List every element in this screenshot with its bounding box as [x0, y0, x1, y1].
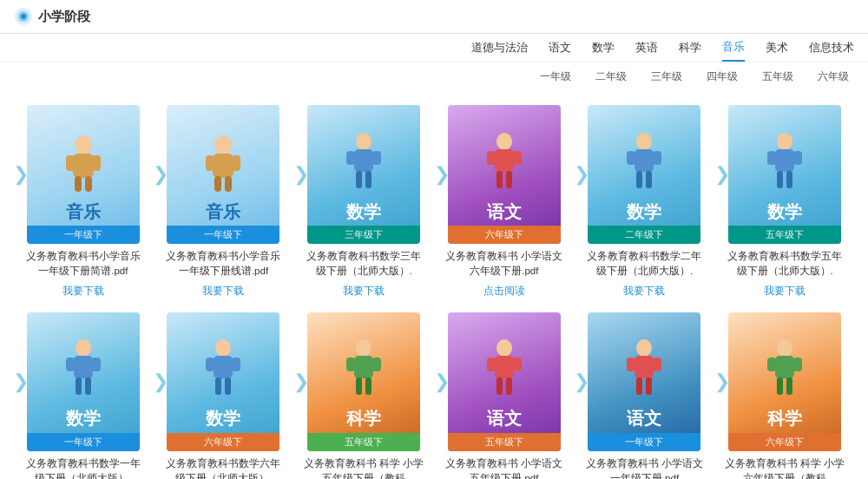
svg-point-69: [777, 339, 792, 357]
book-cover-wrap: ❯ 数学 二年级下: [588, 105, 700, 244]
nav-item-it[interactable]: 信息技术: [809, 40, 854, 61]
svg-rect-54: [372, 358, 381, 371]
svg-rect-19: [356, 171, 362, 188]
svg-rect-44: [85, 377, 91, 395]
svg-rect-62: [506, 377, 512, 395]
book-action-button[interactable]: 我要下载: [202, 284, 244, 299]
book-action-button[interactable]: 我要下载: [623, 284, 665, 299]
grade-6[interactable]: 六年级: [812, 68, 854, 86]
svg-point-2: [21, 14, 26, 19]
svg-rect-43: [76, 377, 82, 395]
book-card: ❯ 语文 一年级下 义务教育教科书 小学语文 一年级下册.pdf 点击阅读: [579, 312, 711, 480]
book-cover-wrap: ❯ 科学 五年级下: [307, 312, 420, 451]
book-cover: 数学 三年级下: [307, 105, 420, 244]
nav-item-science[interactable]: 科学: [679, 40, 701, 61]
svg-point-15: [356, 133, 372, 150]
svg-point-9: [214, 135, 232, 154]
book-cover: 语文 一年级下: [588, 312, 700, 451]
book-title: 义务教育教科书 小学语文 一年级下册.pdf: [583, 456, 705, 480]
nav-bar: 道德与法治 语文 数学 英语 科学 音乐 美术 信息技术: [0, 34, 868, 62]
book-card: ❯ 数学 五年级下 义务教育教科书数学五年级下册（北师大版）. 我要下载: [719, 105, 851, 299]
nav-item-morality[interactable]: 道德与法治: [471, 40, 528, 61]
svg-point-21: [496, 133, 512, 150]
book-title: 义务教育教科书 科学 小学六年级下册（教科: [724, 456, 845, 480]
svg-rect-5: [66, 155, 75, 171]
svg-rect-18: [372, 151, 381, 165]
book-cover: 语文 五年级下: [448, 312, 561, 451]
book-title: 义务教育教科书数学二年级下册（北师大版）.: [583, 249, 705, 279]
book-cover-wrap: ❯ 语文 五年级下: [448, 312, 561, 451]
book-cover: 数学 五年级下: [728, 105, 841, 244]
svg-rect-42: [92, 358, 101, 371]
header: 小学阶段: [0, 0, 868, 34]
svg-point-3: [75, 135, 92, 154]
book-title: 义务教育教科书数学一年级下册（北师大版）.: [23, 456, 144, 480]
svg-rect-14: [225, 176, 232, 192]
book-cover: 科学 六年级下: [728, 312, 841, 451]
svg-rect-49: [215, 377, 221, 395]
book-card: ❯ 数学 三年级下 义务教育教科书数学三年级下册（北师大版）. 我要下载: [298, 105, 430, 299]
book-action-button[interactable]: 我要下载: [764, 284, 806, 299]
svg-point-57: [496, 339, 512, 357]
book-badge: 三年级下: [307, 226, 420, 244]
book-action-button[interactable]: 我要下载: [343, 284, 385, 299]
svg-rect-17: [346, 151, 355, 165]
svg-rect-11: [206, 155, 214, 171]
grade-3[interactable]: 三年级: [646, 68, 687, 86]
book-card: ❯ 数学 二年级下 义务教育教科书数学二年级下册（北师大版）. 我要下载: [579, 105, 711, 299]
book-title: 义务教育教科书 科学 小学五年级下册（教科: [303, 456, 424, 480]
svg-rect-38: [786, 171, 792, 188]
book-badge: 六年级下: [728, 433, 841, 451]
book-cover-wrap: ❯ 语文 一年级下: [588, 312, 700, 451]
svg-rect-67: [636, 377, 642, 395]
svg-rect-59: [487, 358, 496, 371]
book-card: ❯ 数学 六年级下 义务教育教科书数学六年级下册（北师大版）. 我要下载: [158, 312, 290, 480]
book-cover-wrap: ❯ 语文 六年级下: [448, 105, 561, 244]
book-title: 义务教育教科书数学五年级下册（北师大版）.: [724, 249, 845, 279]
book-title: 义务教育教科书小学音乐一年级下册线谱.pdf: [162, 249, 284, 279]
book-badge: 五年级下: [728, 226, 841, 244]
book-action-button[interactable]: 点击阅读: [483, 284, 525, 299]
svg-rect-20: [365, 171, 372, 188]
svg-rect-55: [356, 377, 362, 395]
svg-point-63: [636, 339, 652, 357]
book-cover: 音乐 一年级下: [27, 105, 140, 244]
book-title: 义务教育教科书 小学语文 五年级下册.pdf: [444, 456, 565, 480]
book-cover: 科学 五年级下: [307, 312, 420, 451]
svg-rect-74: [786, 377, 792, 395]
nav-item-music[interactable]: 音乐: [722, 39, 745, 62]
nav-item-math[interactable]: 数学: [592, 40, 615, 61]
svg-point-39: [76, 339, 91, 357]
nav-item-art[interactable]: 美术: [766, 40, 788, 61]
svg-point-33: [777, 133, 792, 150]
grade-1[interactable]: 一年级: [535, 68, 576, 86]
svg-rect-7: [75, 176, 82, 192]
book-card: ❯ 语文 五年级下 义务教育教科书 小学语文 五年级下册.pdf 点击阅读: [438, 312, 570, 480]
svg-rect-58: [495, 356, 514, 378]
logo-text: 小学阶段: [38, 9, 90, 25]
book-cover-wrap: ❯ 数学 五年级下: [728, 105, 841, 244]
svg-point-45: [215, 339, 231, 357]
book-title: 义务教育教科书数学三年级下册（北师大版）.: [303, 249, 424, 279]
book-grid: ❯ 音乐 一年级下 义务教育教科书小学音乐一年级下册简谱.pdf 我要下载 ❯: [0, 91, 868, 479]
book-action-button[interactable]: 我要下载: [62, 284, 104, 299]
svg-rect-61: [496, 377, 503, 395]
book-cover-wrap: ❯ 音乐 一年级下: [167, 105, 279, 244]
svg-rect-52: [354, 356, 373, 378]
svg-rect-35: [767, 151, 776, 165]
svg-rect-16: [354, 149, 373, 172]
book-cover: 数学 一年级下: [27, 312, 140, 451]
book-cover-wrap: ❯ 数学 三年级下: [307, 105, 420, 244]
svg-rect-29: [627, 151, 635, 165]
book-card: ❯ 科学 五年级下 义务教育教科书 科学 小学五年级下册（教科 我要下载: [298, 312, 430, 480]
svg-rect-6: [92, 155, 101, 171]
svg-rect-48: [232, 358, 240, 371]
grade-4[interactable]: 四年级: [701, 68, 743, 86]
nav-item-english[interactable]: 英语: [635, 40, 658, 61]
svg-rect-65: [627, 358, 635, 371]
svg-rect-68: [646, 377, 652, 395]
grade-2[interactable]: 二年级: [590, 68, 632, 86]
nav-item-chinese[interactable]: 语文: [549, 40, 571, 61]
svg-rect-70: [775, 356, 794, 378]
grade-5[interactable]: 五年级: [757, 68, 799, 86]
